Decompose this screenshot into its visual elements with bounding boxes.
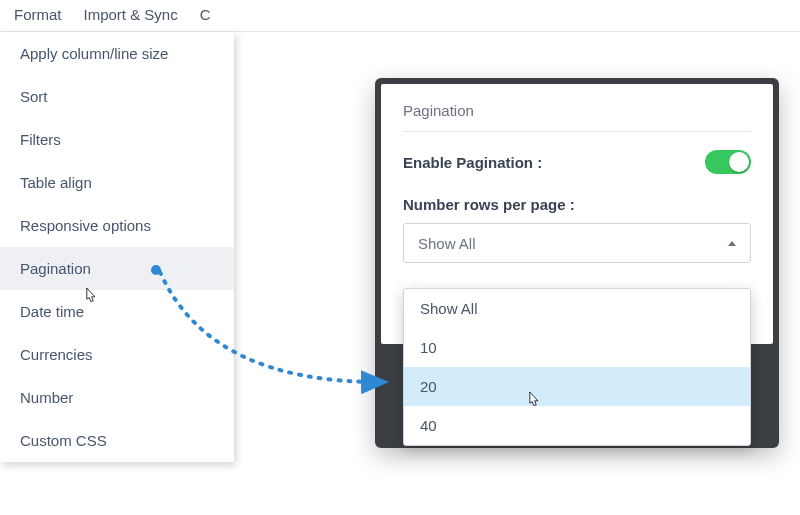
option-10[interactable]: 10 bbox=[404, 328, 750, 367]
menu-item-number[interactable]: Number bbox=[0, 376, 234, 419]
enable-pagination-toggle[interactable] bbox=[705, 150, 751, 174]
caret-up-icon bbox=[728, 241, 736, 246]
panel-title: Pagination bbox=[403, 102, 751, 132]
pagination-panel: Pagination Enable Pagination : Number ro… bbox=[381, 84, 773, 344]
option-show-all[interactable]: Show All bbox=[404, 289, 750, 328]
menu-item-currencies[interactable]: Currencies bbox=[0, 333, 234, 376]
pagination-panel-wrap: Pagination Enable Pagination : Number ro… bbox=[375, 78, 779, 448]
select-value: Show All bbox=[418, 235, 476, 252]
menu-item-responsive[interactable]: Responsive options bbox=[0, 204, 234, 247]
option-20[interactable]: 20 bbox=[404, 367, 750, 406]
option-40[interactable]: 40 bbox=[404, 406, 750, 445]
rows-per-page-label: Number rows per page : bbox=[403, 196, 751, 213]
menu-item-custom-css[interactable]: Custom CSS bbox=[0, 419, 234, 462]
top-tabs: Format Import & Sync C bbox=[0, 0, 800, 32]
tab-extra[interactable]: C bbox=[200, 6, 211, 23]
rows-per-page-select[interactable]: Show All bbox=[403, 223, 751, 263]
enable-pagination-label: Enable Pagination : bbox=[403, 154, 542, 171]
menu-item-filters[interactable]: Filters bbox=[0, 118, 234, 161]
enable-pagination-row: Enable Pagination : bbox=[403, 150, 751, 174]
toggle-knob bbox=[729, 152, 749, 172]
menu-item-sort[interactable]: Sort bbox=[0, 75, 234, 118]
rows-per-page-dropdown: Show All 10 20 40 bbox=[403, 288, 751, 446]
tab-format[interactable]: Format bbox=[14, 6, 62, 23]
menu-item-pagination[interactable]: Pagination bbox=[0, 247, 234, 290]
format-dropdown-menu: Apply column/line size Sort Filters Tabl… bbox=[0, 32, 234, 462]
menu-item-apply-size[interactable]: Apply column/line size bbox=[0, 32, 234, 75]
menu-item-date-time[interactable]: Date time bbox=[0, 290, 234, 333]
menu-item-table-align[interactable]: Table align bbox=[0, 161, 234, 204]
tab-import-sync[interactable]: Import & Sync bbox=[84, 6, 178, 23]
